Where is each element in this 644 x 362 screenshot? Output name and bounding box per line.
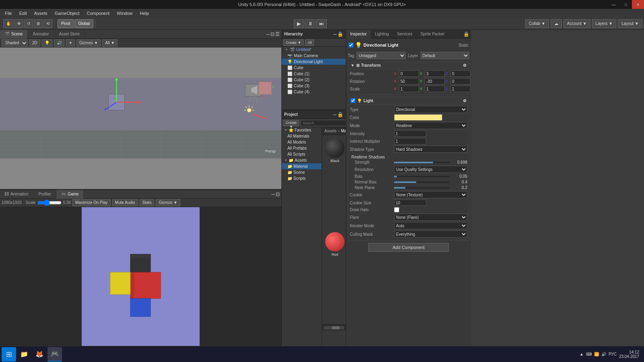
taskbar-unity[interactable]: 🎮: [47, 347, 62, 362]
tree-assets[interactable]: ▼ 📁 Assets: [282, 157, 322, 163]
start-button[interactable]: ⊞: [2, 347, 16, 362]
hierarchy-item-directionallight[interactable]: 💡 Directional Light: [282, 59, 346, 65]
game-panel-maximize[interactable]: ⊡: [276, 191, 280, 197]
cloud-button[interactable]: ☁: [551, 19, 562, 28]
indirect-input[interactable]: [394, 138, 426, 144]
collab-button[interactable]: Collab ▼: [525, 19, 549, 28]
rotation-x-input[interactable]: [399, 78, 419, 84]
tab-animator[interactable]: Animator: [28, 30, 54, 39]
account-button[interactable]: Account ▼: [564, 19, 590, 28]
hierarchy-item-cube[interactable]: ⬜ Cube: [282, 65, 346, 71]
rotation-y-input[interactable]: [425, 78, 445, 84]
scale-y-input[interactable]: [425, 86, 445, 92]
transform-header[interactable]: ▼ ⊞ Transform ⚙: [348, 62, 469, 69]
close-button[interactable]: ✕: [632, 0, 644, 9]
hierarchy-item-cube1[interactable]: ⬜ Cube (1): [282, 71, 346, 77]
rect-tool[interactable]: ⟲: [43, 19, 52, 28]
layout-button[interactable]: Layout ▼: [618, 19, 642, 28]
game-panel-minimize[interactable]: ─: [271, 191, 275, 197]
project-create[interactable]: Create ▼: [283, 120, 299, 126]
tab-inspector[interactable]: Inspector: [346, 30, 371, 39]
tray-chevron[interactable]: ▲: [580, 352, 584, 356]
mute-audio[interactable]: Mute Audio: [112, 199, 138, 206]
asset-black[interactable]: Black: [324, 137, 346, 229]
taskbar-file-explorer[interactable]: 📁: [17, 347, 31, 362]
cookie-select[interactable]: None (Texture): [394, 191, 467, 198]
menu-gameobject[interactable]: GameObject: [52, 10, 83, 16]
near-plane-slider[interactable]: [394, 187, 450, 189]
position-y-input[interactable]: [425, 70, 445, 77]
light-enabled-checkbox[interactable]: [351, 98, 355, 103]
2d-button[interactable]: 2D: [29, 39, 40, 47]
rotate-tool[interactable]: ↺: [24, 19, 33, 28]
hand-tool[interactable]: ✋: [3, 19, 14, 28]
flare-select[interactable]: None (Flare): [394, 214, 467, 221]
render-mode-select[interactable]: Auto: [394, 222, 467, 229]
scene-panel-minimize[interactable]: ─: [266, 31, 270, 37]
menu-help[interactable]: Help: [136, 10, 152, 16]
assets-scrollbar[interactable]: [322, 324, 346, 331]
tab-animation[interactable]: 🎞 Animation: [0, 190, 33, 199]
scene-panel-menu[interactable]: ☰: [275, 31, 280, 37]
menu-component[interactable]: Component: [83, 10, 113, 16]
scale-slider[interactable]: [37, 200, 62, 205]
play-button[interactable]: ▶: [294, 19, 304, 28]
inspector-lock[interactable]: 🔒: [463, 31, 469, 37]
maximize-on-play[interactable]: Maximize On Play: [72, 199, 111, 206]
project-minimize[interactable]: ─: [333, 112, 336, 117]
hierarchy-item-maincamera[interactable]: 📷 Main Camera: [282, 53, 346, 59]
all-button[interactable]: All ▼: [102, 39, 118, 47]
pivot-button[interactable]: Pivot: [58, 19, 74, 28]
tag-select[interactable]: Untagged: [357, 52, 405, 59]
tree-all-materials[interactable]: All Materials: [282, 133, 322, 139]
tab-profiler[interactable]: Profiler: [33, 190, 56, 199]
layer-select[interactable]: Default: [421, 52, 469, 59]
strength-slider[interactable]: [394, 162, 450, 163]
game-gizmos[interactable]: Gizmos ▼: [156, 199, 180, 206]
scene-fx-button[interactable]: ✦: [66, 39, 75, 47]
resolution-select[interactable]: Use Quality Settings: [394, 166, 467, 173]
rotation-z-input[interactable]: [450, 78, 471, 84]
menu-assets[interactable]: Assets: [31, 10, 51, 16]
hierarchy-all[interactable]: All: [305, 39, 314, 46]
shading-select[interactable]: Shaded: [2, 39, 28, 47]
light-type-select[interactable]: Directional: [394, 106, 467, 113]
light-color-swatch[interactable]: [394, 114, 442, 121]
draw-halo-checkbox[interactable]: [394, 207, 399, 212]
hierarchy-minimize[interactable]: ─: [333, 31, 336, 37]
scene-light-button[interactable]: 💡: [42, 39, 52, 47]
tab-lighting[interactable]: Lighting: [371, 30, 393, 39]
hierarchy-item-cube2[interactable]: ⬜ Cube (2): [282, 77, 346, 83]
cookie-size-input[interactable]: [394, 200, 426, 206]
pause-button[interactable]: ⏸: [305, 19, 316, 28]
bias-slider[interactable]: [394, 176, 450, 177]
menu-file[interactable]: File: [2, 10, 15, 16]
position-z-input[interactable]: [450, 70, 471, 77]
tab-sprite-packer[interactable]: Sprite Packer: [417, 30, 449, 39]
project-search[interactable]: [301, 120, 346, 126]
light-intensity-input[interactable]: [394, 130, 426, 137]
tree-scripts[interactable]: 📁 Scripts: [282, 175, 322, 181]
tab-scene[interactable]: 🎬 Scene: [0, 30, 28, 39]
hierarchy-item-untitled[interactable]: ▼ 🎬 Untitled*: [282, 47, 346, 53]
normal-bias-slider[interactable]: [394, 181, 450, 183]
taskbar-browser[interactable]: 🦊: [32, 347, 47, 362]
light-mode-select[interactable]: Realtime: [394, 122, 467, 129]
project-lock[interactable]: 🔒: [337, 112, 343, 117]
layers-button[interactable]: Layers ▼: [592, 19, 617, 28]
tree-material[interactable]: 📁 Material: [282, 163, 322, 169]
tree-scene[interactable]: 📁 Scene: [282, 169, 322, 175]
shadow-type-select[interactable]: Hard Shadows: [394, 146, 467, 153]
tree-all-scripts[interactable]: All Scripts: [282, 151, 322, 157]
hierarchy-item-cube3[interactable]: ⬜ Cube (3): [282, 83, 346, 89]
add-component-button[interactable]: Add Component: [368, 243, 449, 252]
stats-btn[interactable]: Stats: [140, 199, 155, 206]
tree-all-models[interactable]: All Models: [282, 139, 322, 145]
menu-window[interactable]: Window: [114, 10, 136, 16]
tab-asset-store[interactable]: Asset Store: [54, 30, 85, 39]
tree-all-prefabs[interactable]: All Prefabs: [282, 145, 322, 151]
hierarchy-create[interactable]: Create ▼: [283, 39, 303, 46]
menu-edit[interactable]: Edit: [16, 10, 30, 16]
culling-mask-select[interactable]: Everything: [394, 230, 467, 238]
scene-panel-maximize[interactable]: ⊡: [270, 31, 275, 37]
